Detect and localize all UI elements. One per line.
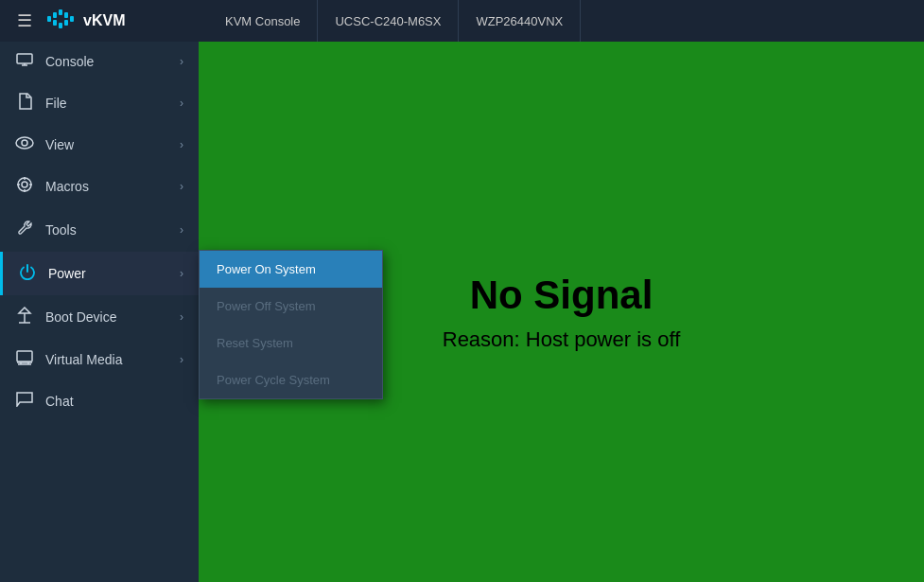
sidebar-item-chat[interactable]: Chat bbox=[0, 380, 199, 422]
topbar: ☰ vKVM KVM Console UCSC-C240-M6SX W bbox=[0, 0, 924, 42]
boot-icon bbox=[15, 307, 34, 327]
sidebar-view-label: View bbox=[45, 137, 168, 152]
reason-text: Reason: Host power is off bbox=[443, 327, 681, 352]
svg-point-12 bbox=[22, 140, 27, 146]
chevron-right-icon: › bbox=[180, 223, 183, 237]
sidebar-chat-label: Chat bbox=[45, 394, 183, 409]
sidebar-item-power[interactable]: Power › bbox=[0, 252, 199, 295]
cisco-logo bbox=[47, 9, 74, 32]
svg-rect-0 bbox=[59, 9, 62, 15]
svg-rect-4 bbox=[70, 16, 74, 22]
submenu-item-reset[interactable]: Reset System bbox=[200, 325, 382, 362]
sidebar-item-macros[interactable]: Macros › bbox=[0, 165, 199, 208]
sidebar-item-file[interactable]: File › bbox=[0, 81, 199, 125]
submenu-item-power-on[interactable]: Power On System bbox=[200, 251, 382, 288]
chevron-right-icon: › bbox=[180, 267, 183, 280]
sidebar-item-virtual-media[interactable]: Virtual Media › bbox=[0, 339, 199, 380]
main-layout: Console › File › View › bbox=[0, 42, 924, 582]
sidebar-power-label: Power bbox=[48, 266, 168, 281]
tab-kvm-console[interactable]: KVM Console bbox=[208, 0, 318, 42]
sidebar-item-view[interactable]: View › bbox=[0, 125, 199, 165]
power-submenu: Power On System Power Off System Reset S… bbox=[199, 250, 383, 399]
svg-rect-2 bbox=[64, 12, 68, 18]
no-signal-text: No Signal bbox=[470, 273, 654, 318]
tools-icon bbox=[15, 220, 34, 240]
sidebar-tools-label: Tools bbox=[45, 222, 168, 238]
svg-point-14 bbox=[22, 182, 27, 187]
chevron-right-icon: › bbox=[180, 138, 183, 151]
topbar-brand: ☰ vKVM bbox=[9, 7, 208, 35]
svg-rect-7 bbox=[59, 23, 62, 28]
svg-point-13 bbox=[18, 178, 31, 191]
topbar-tabs: KVM Console UCSC-C240-M6SX WZP26440VNX bbox=[208, 0, 581, 42]
hamburger-button[interactable]: ☰ bbox=[9, 7, 40, 35]
macros-icon bbox=[15, 176, 34, 197]
chevron-right-icon: › bbox=[180, 55, 183, 68]
svg-rect-21 bbox=[17, 351, 32, 362]
sidebar-file-label: File bbox=[45, 96, 168, 111]
sidebar-console-label: Console bbox=[45, 54, 168, 69]
sidebar-item-boot-device[interactable]: Boot Device › bbox=[0, 295, 199, 339]
chevron-right-icon: › bbox=[180, 310, 183, 324]
sidebar-virtual-media-label: Virtual Media bbox=[45, 352, 168, 367]
svg-rect-5 bbox=[53, 20, 57, 26]
svg-rect-6 bbox=[64, 20, 68, 26]
sidebar-item-console[interactable]: Console › bbox=[0, 42, 199, 81]
chevron-right-icon: › bbox=[180, 180, 183, 193]
submenu-item-power-cycle[interactable]: Power Cycle System bbox=[200, 362, 382, 398]
chat-icon bbox=[15, 392, 34, 411]
display-icon bbox=[15, 53, 34, 70]
media-icon bbox=[15, 350, 34, 369]
svg-rect-8 bbox=[17, 54, 32, 63]
file-icon bbox=[15, 93, 34, 114]
sidebar-boot-label: Boot Device bbox=[45, 309, 168, 325]
chevron-right-icon: › bbox=[180, 353, 183, 366]
svg-point-11 bbox=[16, 137, 33, 149]
app-title: vKVM bbox=[83, 12, 125, 29]
svg-rect-3 bbox=[47, 16, 51, 22]
sidebar: Console › File › View › bbox=[0, 42, 199, 582]
power-icon bbox=[18, 263, 37, 284]
svg-rect-1 bbox=[53, 12, 57, 18]
eye-icon bbox=[15, 136, 34, 153]
sidebar-macros-label: Macros bbox=[45, 179, 168, 194]
chevron-right-icon: › bbox=[180, 97, 183, 110]
tab-wzp[interactable]: WZP26440VNX bbox=[459, 0, 581, 42]
sidebar-item-tools[interactable]: Tools › bbox=[0, 208, 199, 252]
tab-ucsc[interactable]: UCSC-C240-M6SX bbox=[318, 0, 459, 42]
submenu-item-power-off[interactable]: Power Off System bbox=[200, 288, 382, 325]
